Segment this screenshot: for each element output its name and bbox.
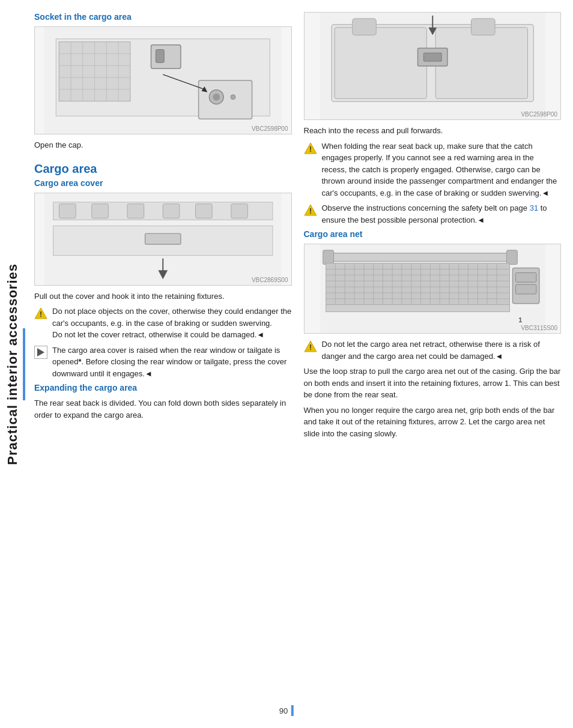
note-text-1: The cargo area cover is raised when the …: [52, 344, 292, 380]
warning-icon-2: !: [304, 142, 317, 155]
sidebar-label: Practical interior accessories: [5, 263, 20, 465]
svg-rect-25: [163, 203, 180, 218]
rear-seat-diagram: VBC2598P00: [304, 12, 562, 120]
note-triangle: [37, 348, 44, 356]
socket-diagram: VBC2598P00: [34, 26, 292, 134]
warning-icon-3: !: [304, 203, 317, 217]
section-cargo: Cargo area Cargo area cover: [34, 162, 292, 421]
svg-rect-24: [127, 203, 144, 218]
cargo-net-heading: Cargo area net: [304, 229, 562, 239]
warning-block-2: ! When folding the rear seat back up, ma…: [304, 140, 562, 199]
img1-label: VBC2598P00: [252, 125, 288, 132]
svg-rect-49: [326, 253, 509, 262]
svg-rect-43: [423, 53, 441, 61]
svg-rect-22: [59, 203, 76, 218]
img4-label: VBC3115S00: [521, 325, 557, 331]
svg-rect-14: [199, 80, 252, 119]
socket-svg: [35, 27, 291, 134]
warning3-prefix: Observe the instructions concerning the …: [322, 203, 530, 212]
svg-point-16: [213, 94, 220, 101]
svg-rect-26: [196, 203, 213, 218]
main-content: Socket in the cargo area: [25, 0, 573, 728]
warning-text-3: Observe the instructions concerning the …: [322, 202, 562, 226]
warning-icon-4: !: [304, 340, 317, 353]
img2-label: VBC2869S00: [252, 277, 288, 283]
right-column: VBC2598P00 Reach into the recess and pul…: [304, 12, 562, 716]
section-cargo-net: Cargo area net: [304, 229, 562, 439]
sidebar: Practical interior accessories: [0, 0, 25, 728]
warning-block-1: ! Do not place objects on the cover, oth…: [34, 305, 292, 341]
cargo-net-text2: When you no longer require the cargo are…: [304, 405, 562, 440]
page-number: 90: [279, 706, 288, 715]
svg-rect-80: [515, 284, 536, 294]
cargo-cover-caption: Pull out the cover and hook it into the …: [34, 290, 292, 302]
svg-rect-51: [506, 250, 517, 265]
cargo-cover-diagram: VBC2869S00: [34, 193, 292, 286]
svg-rect-50: [323, 250, 333, 265]
warning-block-4: ! Do not let the cargo area net retract,…: [304, 338, 562, 362]
socket-caption: Open the cap.: [34, 139, 292, 151]
svg-point-17: [231, 95, 235, 100]
expanding-heading: Expanding the cargo area: [34, 383, 292, 393]
img3-label: VBC2598P00: [521, 111, 557, 118]
svg-rect-39: [471, 19, 495, 35]
expanding-text: The rear seat back is divided. You can f…: [34, 397, 292, 421]
svg-rect-27: [231, 203, 248, 218]
svg-text:!: !: [309, 145, 312, 154]
cargo-net-svg: 1: [305, 244, 561, 333]
section-socket-heading: Socket in the cargo area: [34, 12, 292, 22]
cargo-area-heading: Cargo area: [34, 162, 292, 176]
warning-icon-1: !: [34, 307, 47, 320]
cargo-net-text1: Use the loop strap to pull the cargo are…: [304, 366, 562, 401]
svg-rect-79: [515, 272, 536, 282]
svg-rect-38: [352, 19, 376, 35]
warning-text-1: Do not place objects on the cover, other…: [52, 305, 292, 341]
section-socket: Socket in the cargo area: [34, 12, 292, 151]
svg-rect-13: [156, 50, 164, 63]
warning-block-3: ! Observe the instructions concerning th…: [304, 202, 562, 226]
page-footer: 90: [279, 705, 294, 716]
page-container: Practical interior accessories Socket in…: [0, 0, 573, 728]
rear-seat-svg: [305, 13, 561, 119]
left-column: Socket in the cargo area: [34, 12, 292, 716]
svg-text:1: 1: [518, 316, 522, 323]
warning-text-2: When folding the rear seat back up, make…: [322, 140, 562, 199]
svg-rect-37: [435, 28, 527, 99]
svg-text:!: !: [309, 207, 312, 215]
cargo-net-diagram: 1 VBC3115S00: [304, 244, 562, 334]
note-block-1: The cargo area cover is raised when the …: [34, 344, 292, 380]
svg-rect-36: [335, 28, 426, 99]
svg-rect-23: [92, 203, 109, 218]
cargo-cover-heading: Cargo area cover: [34, 178, 292, 188]
note-icon-1: [34, 346, 47, 359]
svg-rect-77: [326, 305, 509, 312]
reach-caption: Reach into the recess and pull forwards.: [304, 125, 562, 137]
svg-rect-29: [145, 233, 181, 244]
svg-text:!: !: [309, 343, 312, 352]
warning-text-4: Do not let the cargo area net retract, o…: [322, 338, 562, 362]
warning3-link: 31: [530, 203, 538, 212]
page-bar: [291, 705, 294, 716]
svg-rect-52: [326, 263, 509, 305]
cargo-cover-svg: [35, 193, 291, 285]
svg-text:!: !: [40, 310, 42, 319]
